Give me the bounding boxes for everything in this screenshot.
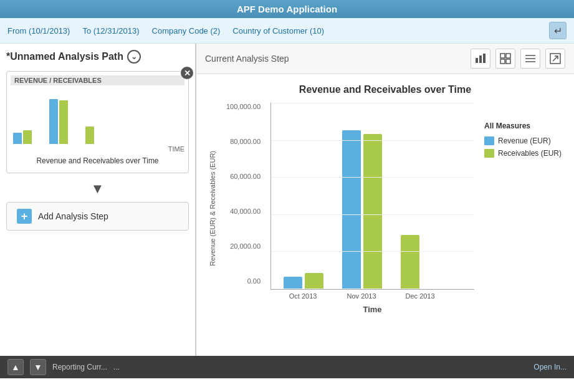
bars-area	[270, 103, 474, 290]
filter-bar: From (10/1/2013) To (12/31/2013) Company…	[0, 18, 574, 44]
chart-container: Revenue (EUR) & Receivables (EUR) 100,00…	[209, 103, 562, 314]
y-axis-label: 0.00	[247, 277, 261, 285]
grid-line	[271, 103, 474, 103]
mini-chart	[11, 88, 184, 144]
receivables-bar	[401, 235, 419, 289]
legend-swatch	[484, 136, 494, 145]
x-axis-label: Oct 2013	[283, 292, 323, 300]
down-arrow-icon: ▼	[6, 181, 189, 197]
grid-view-button[interactable]	[495, 49, 515, 69]
svg-rect-0	[476, 58, 478, 63]
grid-line	[271, 289, 474, 289]
legend-swatch	[484, 149, 494, 158]
toolbar-label: Current Analysis Step	[205, 54, 466, 64]
y-axis: 100,000.0080,000.0060,000.0040,000.0020,…	[226, 103, 261, 302]
mini-bar-nov-revenue	[49, 99, 58, 144]
grid-line	[271, 177, 474, 178]
svg-rect-3	[500, 54, 505, 58]
mini-bar-oct-revenue	[13, 133, 22, 144]
scroll-up-button[interactable]: ▲	[7, 359, 24, 375]
status-ellipsis: ...	[113, 363, 120, 371]
close-step-button[interactable]: ✕	[181, 67, 193, 79]
path-title-text: *Unnamed Analysis Path	[6, 51, 123, 62]
receivables-bar	[363, 134, 382, 289]
export-icon	[550, 53, 561, 64]
open-in-button[interactable]: Open In...	[533, 363, 567, 371]
x-axis-label: Nov 2013	[342, 292, 381, 300]
revenue-bar	[342, 130, 361, 289]
chart-legend: All Measures Revenue (EUR) Receivables (…	[484, 122, 562, 158]
add-step-label: Add Analysis Step	[38, 211, 108, 221]
bar-group	[401, 235, 419, 289]
step-card: ✕ REVENUE / RECEIVABLES	[6, 71, 189, 173]
legend-label: Revenue (EUR)	[498, 136, 551, 145]
grid-line	[271, 214, 474, 215]
analysis-path-title: *Unnamed Analysis Path ⌄	[6, 50, 189, 64]
mini-bar-group-nov	[49, 99, 68, 144]
x-axis-label: Dec 2013	[400, 292, 440, 300]
scroll-down-button[interactable]: ▼	[30, 359, 46, 375]
step-card-header: REVENUE / RECEIVABLES	[11, 75, 184, 85]
filter-company-code[interactable]: Company Code (2)	[152, 26, 221, 36]
mini-bar-group-oct	[13, 130, 32, 144]
chart-body: Oct 2013Nov 2013Dec 2013 Time	[270, 103, 474, 314]
y-axis-label: 60,000.00	[230, 173, 261, 180]
add-step-button[interactable]: + Add Analysis Step	[6, 202, 189, 231]
bar-chart-view-button[interactable]	[471, 49, 490, 69]
step-description: Revenue and Receivables over Time	[11, 156, 184, 165]
x-axis-title: Time	[270, 305, 474, 314]
mini-bar-dec-receivables	[85, 127, 94, 144]
status-text: Reporting Curr...	[52, 363, 107, 371]
revenue-bar	[284, 277, 302, 289]
chart-title: Revenue and Receivables over Time	[299, 84, 471, 95]
svg-rect-1	[479, 55, 482, 63]
legend-label: Receivables (EUR)	[498, 149, 562, 158]
step-time-label: TIME	[11, 145, 184, 153]
y-axis-label: 40,000.00	[230, 208, 261, 215]
legend-item: Receivables (EUR)	[484, 149, 562, 158]
app-title: APF Demo Application	[237, 4, 337, 14]
bar-chart-icon	[475, 53, 486, 64]
right-panel: Current Analysis Step	[196, 44, 574, 356]
bar-group	[342, 130, 382, 289]
legend-title: All Measures	[484, 122, 562, 130]
grid-line	[271, 251, 474, 252]
mini-bar-oct-receivables	[23, 130, 32, 144]
chart-area: Revenue and Receivables over Time Revenu…	[196, 74, 574, 356]
export-button[interactable]	[545, 49, 565, 69]
y-axis-label: 100,000.00	[226, 103, 261, 110]
mini-bar-group-dec	[85, 127, 94, 144]
mini-bar-nov-receivables	[59, 100, 68, 144]
plus-icon: +	[17, 209, 32, 224]
sidebar: *Unnamed Analysis Path ⌄ ✕ REVENUE / REC…	[0, 44, 196, 356]
y-axis-title: Revenue (EUR) & Receivables (EUR)	[209, 151, 216, 266]
grid-icon	[500, 53, 511, 64]
app-header: APF Demo Application	[0, 0, 574, 18]
list-icon	[525, 53, 536, 64]
path-title-chevron[interactable]: ⌄	[127, 50, 141, 64]
svg-rect-4	[506, 54, 510, 58]
svg-rect-6	[506, 59, 510, 64]
filter-to[interactable]: To (12/31/2013)	[82, 26, 139, 36]
step-toolbar: Current Analysis Step	[196, 44, 574, 74]
main-layout: *Unnamed Analysis Path ⌄ ✕ REVENUE / REC…	[0, 44, 574, 356]
svg-rect-2	[483, 54, 486, 63]
list-view-button[interactable]	[520, 49, 540, 69]
svg-rect-5	[500, 59, 505, 64]
bottom-bar: ▲ ▼ Reporting Curr... ... Open In...	[0, 356, 574, 378]
bar-group	[284, 273, 323, 289]
x-labels: Oct 2013Nov 2013Dec 2013	[270, 290, 474, 300]
filter-country[interactable]: Country of Customer (10)	[232, 26, 324, 36]
y-axis-label: 20,000.00	[230, 242, 261, 250]
legend-item: Revenue (EUR)	[484, 136, 562, 145]
receivables-bar	[305, 273, 323, 289]
back-button[interactable]: ↵	[549, 22, 567, 39]
y-axis-label: 80,000.00	[230, 138, 261, 145]
filter-from[interactable]: From (10/1/2013)	[7, 26, 70, 36]
grid-line	[271, 140, 474, 141]
